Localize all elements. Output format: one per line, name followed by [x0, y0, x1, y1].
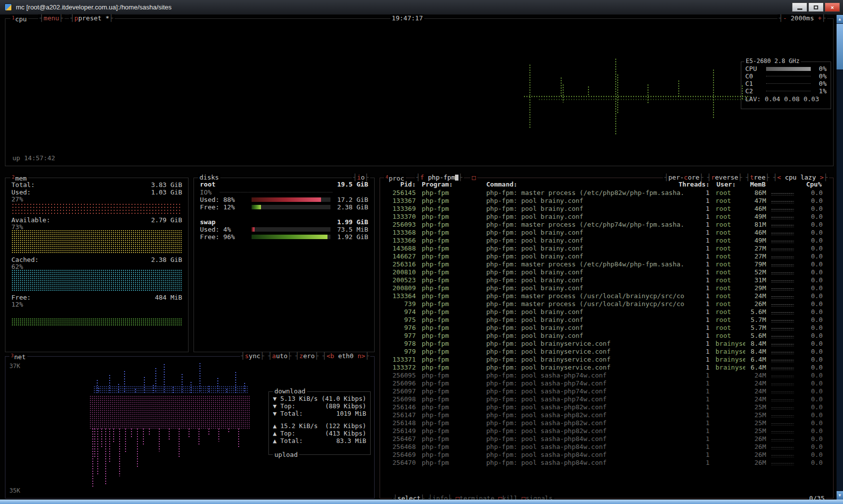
proc-row[interactable]: 256468php-fpmphp-fpm: pool sasha-php84w.… — [381, 443, 830, 451]
mem-mini-graph — [771, 208, 794, 211]
proc-row[interactable]: 256093php-fpmphp-fpm: master process (/e… — [381, 221, 830, 229]
proc-row[interactable]: 256096php-fpmphp-fpm: pool sasha-php74w.… — [381, 379, 830, 387]
horizontal-scrollbar[interactable] — [0, 500, 843, 504]
interval-minus-button[interactable]: - — [783, 14, 787, 22]
mem-mini-graph — [771, 359, 794, 362]
proc-row[interactable]: 133369php-fpmphp-fpm: pool brainy.conf1r… — [381, 205, 830, 213]
proc-row[interactable]: 256149php-fpmphp-fpm: pool sasha-php82w.… — [381, 427, 830, 435]
net-zero-button[interactable]: ┤zero├ — [295, 352, 319, 360]
sort-prev-button[interactable]: < — [777, 174, 781, 181]
mem-mini-graph — [771, 335, 794, 338]
sort-selector[interactable]: ┤< cpu lazy >├ — [773, 174, 828, 181]
net-scale-top: 37K — [9, 363, 20, 370]
mem-mini-graph — [771, 296, 794, 299]
proc-row[interactable]: 133368php-fpmphp-fpm: pool brainy.conf1r… — [381, 229, 830, 237]
net-options: ┤sync├ ┤auto├ ┤zero├ ┤<b eth0 n>├ — [240, 352, 370, 360]
proc-row[interactable]: 256146php-fpmphp-fpm: pool sasha-php82w.… — [381, 403, 830, 411]
col-header-mem[interactable]: MemB — [746, 181, 766, 188]
menu-button[interactable]: ┤menu├ — [38, 14, 65, 22]
per-core-toggle[interactable]: ┤per-core├ — [664, 174, 703, 181]
preset-button[interactable]: ┤ppreset *├ — [69, 14, 115, 22]
proc-row[interactable]: 133372php-fpmphp-fpm: pool brainyservice… — [381, 364, 830, 372]
proc-row[interactable]: 256098php-fpmphp-fpm: pool sasha-php74w.… — [381, 395, 830, 403]
close-button[interactable]: × — [825, 2, 840, 12]
net-auto-button[interactable]: ┤auto├ — [268, 352, 291, 360]
interval-plus-button[interactable]: + — [818, 14, 822, 22]
col-header-cpu[interactable]: Cpu% — [797, 181, 822, 188]
mem-mini-graph — [771, 216, 794, 219]
iface-prev-button[interactable]: <b — [326, 352, 334, 360]
proc-row[interactable]: 977php-fpmphp-fpm: pool brainy.conf1root… — [381, 332, 830, 340]
update-interval-control[interactable]: ┤- 2000ms +├ — [778, 14, 827, 22]
io-toggle-button[interactable]: ┤io├ — [352, 174, 370, 181]
mem-used-graph — [11, 203, 182, 214]
mem-cached-row: Cached:2.38 GiB — [11, 256, 182, 263]
cpu-box: 1cpu ┤menu├ ┤ppreset *├ 19:47:17 ┤- 2000… — [5, 18, 834, 166]
col-header-threads[interactable]: Threads: — [678, 181, 710, 188]
proc-row[interactable]: 256097php-fpmphp-fpm: pool sasha-php74w.… — [381, 387, 830, 395]
proc-filter-input[interactable]: ┤f php-fpm├ — [415, 174, 464, 181]
proc-row[interactable]: 979php-fpmphp-fpm: pool brainyservice.co… — [381, 348, 830, 356]
proc-options: ┤per-core├ ┤reverse├ ┤tree├ ┤< cpu lazy … — [663, 174, 829, 181]
mem-mini-graph — [771, 367, 794, 370]
mem-mini-graph — [771, 264, 794, 267]
proc-row[interactable]: 974php-fpmphp-fpm: pool brainy.conf1root… — [381, 308, 830, 316]
col-header-command[interactable]: Command: — [486, 181, 518, 188]
mem-used-pct: 27% — [11, 195, 23, 203]
clear-filter-button[interactable]: □ — [470, 174, 477, 181]
mem-mini-graph — [771, 327, 794, 330]
vertical-scrollbar-thumb[interactable] — [837, 24, 843, 69]
mem-available-row: Available:2.79 GiB — [11, 216, 182, 224]
proc-row[interactable]: 133366php-fpmphp-fpm: pool brainy.conf1r… — [381, 237, 830, 245]
scroll-down-arrow-icon[interactable]: ▼ — [837, 491, 843, 500]
proc-row[interactable]: 978php-fpmphp-fpm: pool brainyservice.co… — [381, 340, 830, 348]
sort-next-button[interactable]: > — [820, 174, 824, 181]
mem-mini-graph — [771, 391, 794, 394]
cpu-core-row: C00% — [741, 72, 831, 80]
iface-next-button[interactable]: n> — [358, 352, 366, 360]
proc-row[interactable]: 256316php-fpmphp-fpm: master process (/e… — [381, 260, 830, 268]
proc-row[interactable]: 256469php-fpmphp-fpm: pool sasha-php84w.… — [381, 451, 830, 459]
proc-row[interactable]: 739php-fpmphp-fpm: master process (/usr/… — [381, 300, 830, 308]
proc-row[interactable]: 975php-fpmphp-fpm: pool brainy.conf1root… — [381, 316, 830, 324]
proc-row[interactable]: 200523php-fpmphp-fpm: pool brainy.conf1r… — [381, 276, 830, 284]
proc-row[interactable]: 256095php-fpmphp-fpm: pool sasha-php74w.… — [381, 372, 830, 379]
maximize-icon — [814, 5, 818, 9]
disk-root-io-graph — [220, 192, 332, 192]
mem-free-graph — [11, 318, 182, 326]
proc-row[interactable]: 133370php-fpmphp-fpm: pool brainy.conf1r… — [381, 213, 830, 221]
proc-row[interactable]: 256147php-fpmphp-fpm: pool sasha-php82w.… — [381, 411, 830, 419]
net-iface-switcher[interactable]: ┤<b eth0 n>├ — [323, 352, 369, 360]
net-sync-button[interactable]: ┤sync├ — [241, 352, 264, 360]
maximize-button[interactable] — [808, 2, 824, 12]
mem-mini-graph — [771, 446, 794, 449]
mem-mini-graph — [771, 248, 794, 251]
proc-row[interactable]: 143688php-fpmphp-fpm: pool brainy.conf1r… — [381, 245, 830, 252]
proc-rows: 256145php-fpmphp-fpm: master process (/e… — [381, 189, 830, 491]
minimize-icon — [797, 8, 802, 10]
proc-row[interactable]: 133364php-fpmphp-fpm: master process (/u… — [381, 292, 830, 300]
mem-mini-graph — [771, 407, 794, 410]
titlebar[interactable]: mc [root@a202.itdeveloper.com.ua]:/home/… — [0, 0, 843, 15]
vertical-scrollbar[interactable]: ▲ ▼ — [837, 15, 843, 500]
proc-row[interactable]: 200810php-fpmphp-fpm: pool brainy.conf1r… — [381, 268, 830, 276]
proc-row[interactable]: 256470php-fpmphp-fpm: pool sasha-php84w.… — [381, 459, 830, 467]
proc-row[interactable]: 133371php-fpmphp-fpm: pool brainyservice… — [381, 356, 830, 364]
proc-row[interactable]: 200809php-fpmphp-fpm: pool brainy.conf1r… — [381, 284, 830, 292]
mem-mini-graph — [771, 272, 794, 275]
proc-row[interactable]: 256145php-fpmphp-fpm: master process (/e… — [381, 189, 830, 197]
reverse-toggle[interactable]: ┤reverse├ — [707, 174, 742, 181]
proc-row[interactable]: 256148php-fpmphp-fpm: pool sasha-php82w.… — [381, 419, 830, 427]
col-header-program[interactable]: Program: — [422, 181, 453, 188]
mem-available-graph — [11, 230, 182, 254]
tree-toggle[interactable]: ┤tree├ — [746, 174, 770, 181]
proc-row[interactable]: 146627php-fpmphp-fpm: pool brainy.conf1r… — [381, 252, 830, 260]
proc-row[interactable]: 256467php-fpmphp-fpm: pool sasha-php84w.… — [381, 435, 830, 443]
scroll-up-arrow-icon[interactable]: ▲ — [837, 15, 843, 23]
proc-row[interactable]: 133367php-fpmphp-fpm: pool brainy.conf1r… — [381, 197, 830, 205]
proc-row[interactable]: 976php-fpmphp-fpm: pool brainy.conf1root… — [381, 324, 830, 332]
col-header-pid[interactable]: Pid: — [381, 181, 416, 188]
clock: 19:47:17 — [390, 14, 425, 22]
col-header-user[interactable]: User: — [716, 181, 736, 188]
minimize-button[interactable] — [792, 2, 807, 12]
